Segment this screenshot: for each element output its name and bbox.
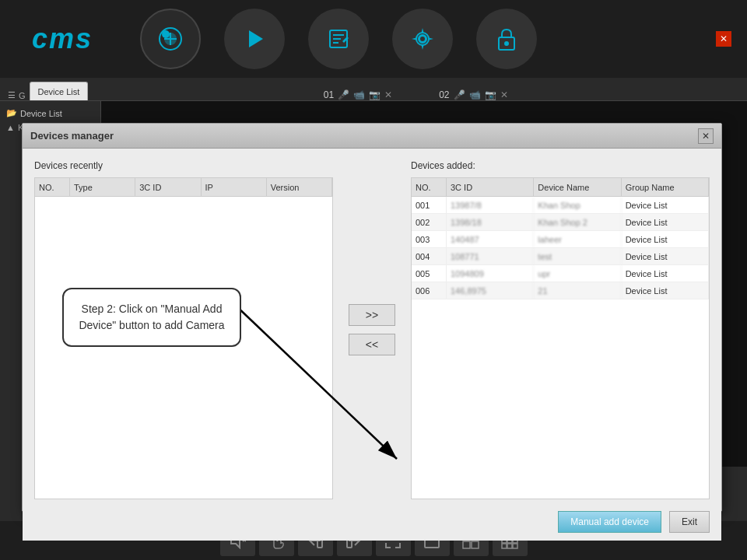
td-3cid: 140487 xyxy=(447,231,534,247)
th-3cid: 3C ID xyxy=(135,178,201,196)
app-logo: cms xyxy=(16,19,109,58)
sidebar-title: Device List xyxy=(20,109,62,118)
video-icon-01: 📹 xyxy=(353,89,365,100)
td-devname: Khan Shop xyxy=(534,197,621,213)
transfer-buttons: >> << xyxy=(349,304,395,355)
video-icon-02: 📹 xyxy=(469,89,481,100)
td-devname: upr xyxy=(534,265,621,282)
exit-button[interactable]: Exit xyxy=(669,511,710,533)
td-devname: laheer xyxy=(534,231,621,247)
chevron-icon: ▲ xyxy=(6,123,15,132)
td-no: 001 xyxy=(412,197,447,213)
annotation-box: Step 2: Click on "Manual Add Device" but… xyxy=(62,288,241,347)
modal-title: Devices manager xyxy=(30,130,114,142)
td-no: 006 xyxy=(412,282,447,299)
th-ip: IP xyxy=(202,178,267,196)
table-row[interactable]: 004 108771 test Device List xyxy=(412,248,709,265)
th-no-r: NO. xyxy=(412,178,447,196)
nav-record-button[interactable] xyxy=(140,9,201,69)
table-row[interactable]: 002 1398/18 Khan Shop 2 Device List xyxy=(412,214,709,231)
svg-marker-5 xyxy=(249,30,263,47)
svg-rect-27 xyxy=(463,541,470,548)
svg-point-2 xyxy=(162,30,170,38)
th-devname-r: Device Name xyxy=(534,178,621,196)
td-3cid: 13987/8 xyxy=(447,197,534,213)
tab-device-list-label: Device List xyxy=(38,87,80,96)
table-body-left xyxy=(35,197,332,499)
right-panel: Devices added: NO. 3C ID Device Name Gro… xyxy=(411,160,710,499)
app-close-button[interactable]: ✕ xyxy=(716,31,731,47)
tab-device-list[interactable]: Device List xyxy=(30,82,89,100)
top-bar: cms xyxy=(0,0,747,78)
svg-rect-28 xyxy=(472,541,479,548)
svg-rect-37 xyxy=(513,544,517,548)
close-channel-01[interactable]: ✕ xyxy=(384,89,392,100)
tab-bar: ☰ G Device List 01 🎤 📹 📷 ✕ 02 🎤 📹 📷 xyxy=(0,78,747,101)
td-groupname: Device List xyxy=(622,248,709,264)
transfer-forward-button[interactable]: >> xyxy=(349,304,395,326)
table-row[interactable]: 006 146,8975 21 Device List xyxy=(412,282,709,299)
th-3cid-r: 3C ID xyxy=(447,178,534,196)
sidebar-toggle[interactable]: ☰ xyxy=(8,90,16,100)
table-row[interactable]: 005 1094809 upr Device List xyxy=(412,265,709,282)
svg-rect-36 xyxy=(507,544,512,548)
nav-lock-button[interactable] xyxy=(476,9,537,69)
table-header-right: NO. 3C ID Device Name Group Name xyxy=(412,178,709,197)
table-row[interactable]: 003 140487 laheer Device List xyxy=(412,231,709,248)
mic-icon-01: 🎤 xyxy=(338,89,349,100)
td-groupname: Device List xyxy=(622,231,709,247)
th-no: NO. xyxy=(35,178,70,196)
td-groupname: Device List xyxy=(622,265,709,282)
th-version: Version xyxy=(267,178,332,196)
td-devname: test xyxy=(534,248,621,264)
nav-settings-button[interactable] xyxy=(392,9,453,69)
mic-icon-02: 🎤 xyxy=(454,89,465,100)
td-3cid: 1398/18 xyxy=(447,214,534,230)
td-3cid: 146,8975 xyxy=(447,282,534,299)
channel-02-label: 02 xyxy=(439,89,449,100)
devices-added-label: Devices added: xyxy=(411,160,710,171)
table-header-left: NO. Type 3C ID IP Version xyxy=(35,178,332,197)
td-groupname: Device List xyxy=(622,197,709,213)
svg-point-12 xyxy=(419,36,426,42)
sidebar-icon: 📂 xyxy=(6,108,17,118)
td-3cid: 108771 xyxy=(447,248,534,264)
td-groupname: Device List xyxy=(622,214,709,230)
svg-point-14 xyxy=(505,42,508,45)
th-groupname-r: Group Name xyxy=(622,178,709,196)
devices-added-table[interactable]: NO. 3C ID Device Name Group Name 001 139… xyxy=(411,177,710,499)
td-no: 003 xyxy=(412,231,447,247)
table-row[interactable]: 001 13987/8 Khan Shop Device List xyxy=(412,197,709,214)
photo-icon-02: 📷 xyxy=(485,89,496,100)
td-no: 005 xyxy=(412,265,447,282)
tree-toggle[interactable]: G xyxy=(19,91,26,100)
annotation-text: Step 2: Click on "Manual Add Device" but… xyxy=(79,303,224,331)
close-channel-02[interactable]: ✕ xyxy=(500,89,508,100)
nav-play-button[interactable] xyxy=(224,9,285,69)
td-groupname: Device List xyxy=(622,282,709,299)
td-no: 004 xyxy=(412,248,447,264)
th-type: Type xyxy=(70,178,135,196)
td-devname: 21 xyxy=(534,282,621,299)
channel-01-label: 01 xyxy=(324,89,334,100)
transfer-back-button[interactable]: << xyxy=(349,334,395,355)
table-body-right: 001 13987/8 Khan Shop Device List 002 13… xyxy=(412,197,709,499)
nav-edit-button[interactable] xyxy=(308,9,369,69)
devices-recently-label: Devices recently xyxy=(34,160,333,171)
manual-add-device-button[interactable]: Manual add device xyxy=(558,511,661,533)
svg-rect-35 xyxy=(502,544,507,548)
modal-header: Devices manager ✕ xyxy=(23,124,721,149)
logo-text: cms xyxy=(32,23,93,55)
photo-icon-01: 📷 xyxy=(369,89,381,100)
td-3cid: 1094809 xyxy=(447,265,534,282)
td-no: 002 xyxy=(412,214,447,230)
modal-footer: Manual add device Exit xyxy=(23,511,721,541)
td-devname: Khan Shop 2 xyxy=(534,214,621,230)
modal-close-button[interactable]: ✕ xyxy=(698,128,714,144)
sidebar-header: 📂 Device List xyxy=(0,105,100,121)
